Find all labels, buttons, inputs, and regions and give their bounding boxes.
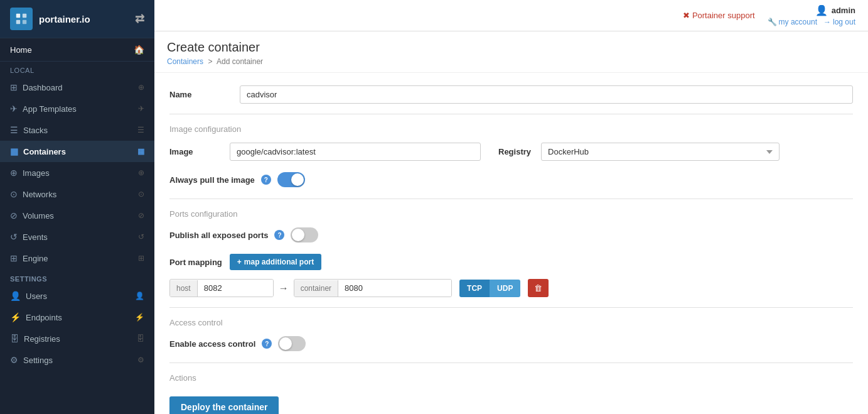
- sidebar-item-settings[interactable]: ⚙ Settings ⚙: [0, 349, 154, 371]
- enable-access-row: Enable access control ?: [169, 336, 853, 351]
- enable-access-help-icon[interactable]: ?: [262, 339, 272, 349]
- publish-ports-label: Publish all exposed ports: [169, 231, 268, 240]
- settings-section-label: SETTINGS: [0, 269, 154, 285]
- delete-port-button[interactable]: 🗑: [528, 279, 549, 297]
- users-icon: 👤: [10, 291, 21, 301]
- host-label: host: [170, 280, 198, 297]
- breadcrumb-containers-link[interactable]: Containers: [167, 57, 203, 66]
- enable-access-toggle[interactable]: [278, 336, 306, 351]
- sidebar-label-events: Events: [23, 232, 48, 242]
- dashboard-icon-right: ⊕: [138, 83, 144, 92]
- sidebar-item-networks[interactable]: ⊙ Networks ⊙: [0, 183, 154, 205]
- settings-icon: ⚙: [10, 355, 18, 365]
- app-templates-icon: ✈: [10, 104, 18, 114]
- settings-icon-right: ⚙: [137, 356, 144, 364]
- sidebar-label-networks: Networks: [23, 190, 56, 199]
- engine-icon-right: ⊞: [138, 254, 144, 263]
- containers-icon-right: ▦: [137, 147, 144, 156]
- events-icon-right: ↺: [138, 232, 144, 241]
- registry-select[interactable]: DockerHub Private Registry: [541, 143, 780, 161]
- port-mapping-label: Port mapping: [169, 258, 222, 267]
- image-input[interactable]: [230, 143, 481, 161]
- actions-divider: [169, 362, 853, 363]
- images-icon: ⊕: [10, 168, 18, 178]
- image-row: Image Registry DockerHub Private Registr…: [169, 143, 853, 161]
- udp-button[interactable]: UDP: [490, 280, 520, 297]
- stacks-icon-right: ☰: [137, 126, 144, 134]
- images-icon-right: ⊕: [138, 168, 144, 177]
- always-pull-help-icon[interactable]: ?: [261, 175, 271, 185]
- sidebar-logo[interactable]: portainer.io ⇄: [0, 0, 154, 38]
- image-config-divider: [169, 114, 853, 114]
- breadcrumb: Containers > Add container: [167, 57, 855, 66]
- volumes-icon: ⊘: [10, 210, 18, 221]
- port-mapping-row: host → container TCP UDP 🗑: [169, 279, 853, 297]
- host-port-input[interactable]: [198, 280, 273, 297]
- sidebar-item-containers[interactable]: ▦ Containers ▦: [0, 141, 154, 162]
- sidebar-label-dashboard: Dashboard: [23, 83, 63, 92]
- sidebar-item-users[interactable]: 👤 Users 👤: [0, 285, 154, 307]
- sidebar-item-endpoints[interactable]: ⚡ Endpoints ⚡: [0, 307, 154, 328]
- sidebar-item-dashboard[interactable]: ⊞ Dashboard ⊕: [0, 77, 154, 98]
- registries-icon-right: 🗄: [137, 334, 144, 343]
- name-row: Name: [169, 85, 853, 104]
- access-control-divider: [169, 307, 853, 308]
- transfer-icon[interactable]: ⇄: [135, 12, 144, 26]
- name-input[interactable]: [240, 85, 853, 104]
- plus-icon: +: [237, 258, 242, 266]
- registry-label: Registry: [498, 147, 531, 156]
- users-icon-right: 👤: [135, 291, 144, 300]
- events-icon: ↺: [10, 232, 18, 242]
- sidebar-home[interactable]: Home 🏠: [0, 38, 154, 62]
- breadcrumb-current: Add container: [217, 57, 263, 66]
- sidebar-item-events[interactable]: ↺ Events ↺: [0, 226, 154, 248]
- sidebar-item-engine[interactable]: ⊞ Engine ⊞: [0, 248, 154, 269]
- host-port-box: host: [169, 279, 274, 297]
- sidebar-label-volumes: Volumes: [23, 211, 54, 221]
- sidebar-label-app-templates: App Templates: [23, 104, 77, 114]
- sidebar-label-settings: Settings: [23, 356, 53, 365]
- sidebar-label-images: Images: [23, 168, 50, 178]
- my-account-link[interactable]: 🔧 my account: [768, 18, 817, 26]
- sidebar-item-registries[interactable]: 🗄 Registries 🗄: [0, 328, 154, 349]
- admin-icon: 👤: [815, 4, 828, 16]
- stacks-icon: ☰: [10, 125, 18, 135]
- sidebar-item-volumes[interactable]: ⊘ Volumes ⊘: [0, 205, 154, 226]
- publish-ports-toggle[interactable]: [291, 227, 318, 242]
- support-icon: ✖: [683, 11, 690, 20]
- logout-icon: →: [823, 18, 831, 26]
- container-port-input[interactable]: [338, 280, 451, 297]
- app-templates-icon-right: ✈: [138, 104, 144, 113]
- publish-ports-help-icon[interactable]: ?: [274, 230, 284, 240]
- engine-icon: ⊞: [10, 253, 18, 263]
- deploy-button[interactable]: Deploy the container: [169, 396, 279, 414]
- sidebar-label-endpoints: Endpoints: [26, 313, 62, 322]
- support-link[interactable]: ✖ Portainer support: [683, 11, 755, 20]
- sidebar-item-stacks[interactable]: ☰ Stacks ☰: [0, 119, 154, 141]
- sidebar-item-images[interactable]: ⊕ Images ⊕: [0, 162, 154, 183]
- container-label: container: [294, 280, 338, 297]
- networks-icon-right: ⊙: [138, 190, 144, 199]
- logo-text: portainer.io: [39, 14, 90, 25]
- breadcrumb-separator: >: [208, 57, 212, 66]
- image-label: Image: [169, 147, 220, 156]
- admin-name: admin: [832, 6, 855, 15]
- always-pull-toggle[interactable]: [277, 172, 305, 187]
- tcp-button[interactable]: TCP: [459, 280, 490, 297]
- form-container: Name Image configuration Image Registry …: [154, 73, 868, 414]
- sidebar-label-stacks: Stacks: [23, 126, 48, 135]
- map-additional-port-button[interactable]: + map additional port: [230, 254, 321, 270]
- content-header: Create container Containers > Add contai…: [154, 31, 868, 73]
- publish-ports-row: Publish all exposed ports ?: [169, 227, 853, 242]
- ports-config-divider: [169, 199, 853, 199]
- logo-icon: [10, 8, 33, 30]
- enable-access-label: Enable access control: [169, 339, 255, 349]
- image-config-title: Image configuration: [169, 124, 853, 134]
- access-control-title: Access control: [169, 318, 853, 327]
- map-port-label: map additional port: [244, 258, 314, 266]
- account-icon: 🔧: [768, 18, 777, 26]
- always-pull-row: Always pull the image ?: [169, 172, 853, 187]
- container-port-box: container: [294, 279, 452, 297]
- sidebar-item-app-templates[interactable]: ✈ App Templates ✈: [0, 98, 154, 119]
- log-out-link[interactable]: → log out: [823, 18, 855, 26]
